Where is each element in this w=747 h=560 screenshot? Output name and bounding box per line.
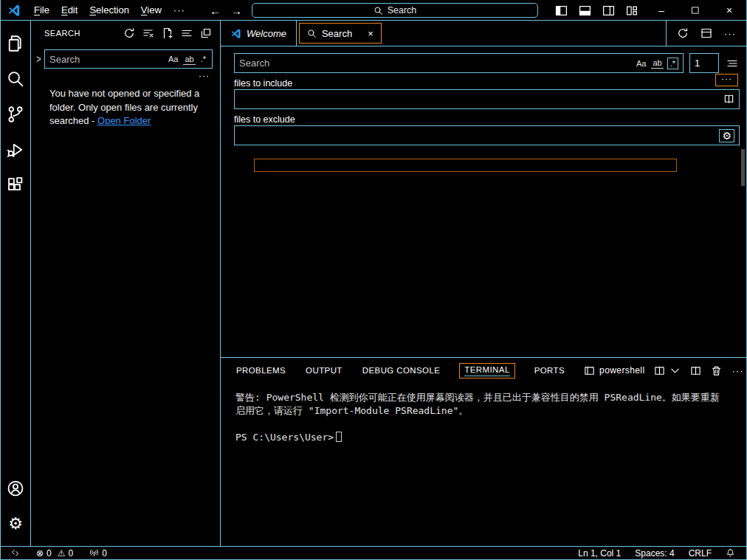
go-back-icon[interactable]: ← <box>210 4 221 17</box>
terminal-line: 警告: PowerShell 检测到你可能正在使用屏幕阅读器，并且已出于兼容性目… <box>235 391 740 404</box>
more-actions-icon[interactable]: ··· <box>724 28 736 39</box>
menu-file[interactable]: File <box>28 2 55 18</box>
toggle-replace-chevron-icon[interactable]: > <box>33 52 44 65</box>
terminal-icon <box>584 365 595 376</box>
tab-search[interactable]: Search × <box>299 23 382 44</box>
tab-ports[interactable]: PORTS <box>534 364 565 377</box>
launch-profile-button[interactable] <box>654 365 681 376</box>
error-count: 0 <box>47 548 52 559</box>
expand-all-icon[interactable] <box>181 27 193 39</box>
new-terminal-icon <box>654 365 665 376</box>
files-to-exclude-label: files to exclude <box>234 114 295 125</box>
tab-terminal[interactable]: TERMINAL <box>459 363 514 378</box>
context-lines-input[interactable]: 1 <box>689 53 719 73</box>
go-forward-icon[interactable]: → <box>231 4 242 17</box>
close-window-button[interactable]: × <box>712 0 746 21</box>
search-open-editors-icon[interactable] <box>723 94 734 105</box>
remote-icon <box>10 548 20 558</box>
split-terminal-icon[interactable] <box>690 365 701 376</box>
toggle-primary-sidebar-icon[interactable] <box>555 4 568 17</box>
menu-view[interactable]: View <box>135 2 168 18</box>
use-exclude-settings-icon[interactable]: ⚙ <box>719 129 734 142</box>
terminal-shell-selector[interactable]: powershell <box>584 365 644 376</box>
whole-word-icon[interactable]: ab <box>651 58 663 69</box>
tab-problems[interactable]: PROBLEMS <box>235 364 286 377</box>
refresh-icon[interactable] <box>123 27 135 39</box>
vscode-logo-icon <box>230 28 241 39</box>
toggle-panel-icon[interactable] <box>579 4 591 17</box>
regex-icon[interactable]: .* <box>667 58 678 69</box>
activity-settings[interactable]: ⚙ <box>1 506 31 542</box>
files-icon <box>7 35 24 52</box>
notifications-bell[interactable] <box>722 548 739 558</box>
whole-word-icon[interactable]: ab <box>183 54 195 65</box>
new-search-editor-icon[interactable] <box>162 27 173 39</box>
kill-terminal-icon[interactable] <box>711 365 722 376</box>
activity-extensions[interactable] <box>1 167 31 203</box>
command-center-search[interactable]: Search <box>252 3 538 18</box>
search-icon <box>7 70 24 88</box>
tab-debug-console[interactable]: DEBUG CONSOLE <box>362 364 441 377</box>
activity-run-debug[interactable] <box>1 132 31 167</box>
ports-status[interactable]: 0 <box>86 548 111 559</box>
menu-selection[interactable]: Selection <box>83 2 134 18</box>
activity-explorer[interactable] <box>1 26 31 61</box>
toggle-search-details-button[interactable]: ··· <box>715 74 738 86</box>
editor-group: Welcome Search × ··· Search <box>221 21 746 546</box>
close-tab-icon[interactable]: × <box>368 28 374 39</box>
terminal-line: 启用它，请运行 "Import-Module PSReadLine"。 <box>235 404 740 418</box>
activity-accounts[interactable] <box>1 471 31 506</box>
search-icon <box>307 29 317 38</box>
match-case-icon[interactable]: Aa <box>635 58 647 69</box>
cursor-position[interactable]: Ln 1, Col 1 <box>574 548 624 559</box>
activity-search[interactable] <box>1 61 31 97</box>
panel-actions: powershell ··· × <box>584 364 747 376</box>
warning-icon: ⚠ <box>58 549 66 558</box>
title-bar: File Edit Selection View ··· ← → Search … <box>1 0 746 21</box>
search-editor: Search Aa ab .* 1 ··· fil <box>221 46 746 357</box>
indentation[interactable]: Spaces: 4 <box>631 548 678 559</box>
tab-welcome[interactable]: Welcome <box>221 21 297 46</box>
regex-icon[interactable]: .* <box>199 54 207 64</box>
files-to-include-label: files to include <box>234 78 292 89</box>
activity-source-control[interactable] <box>1 97 31 132</box>
toggle-search-details-button[interactable]: ··· <box>31 69 220 81</box>
sidebar-search-input[interactable]: Search Aa ab .* <box>44 49 213 69</box>
search-editor-query-input[interactable]: Search Aa ab .* <box>234 53 684 73</box>
editor-scrollbar[interactable] <box>741 149 745 186</box>
match-case-icon[interactable]: Aa <box>167 54 179 64</box>
menu-more-button[interactable]: ··· <box>168 2 191 18</box>
activity-bar: ⚙ <box>1 21 31 546</box>
minimize-button[interactable]: – <box>644 0 678 21</box>
toggle-secondary-sidebar-icon[interactable] <box>602 4 615 17</box>
files-to-exclude-input[interactable]: ⚙ <box>234 125 740 145</box>
eol-sequence[interactable]: CRLF <box>685 548 715 559</box>
menu-edit[interactable]: Edit <box>55 2 83 18</box>
clear-search-results-icon[interactable] <box>142 27 154 39</box>
tab-label: Welcome <box>247 28 286 39</box>
terminal-content[interactable]: 警告: PowerShell 检测到你可能正在使用屏幕阅读器，并且已出于兼容性目… <box>221 383 746 546</box>
toggle-context-lines-button[interactable] <box>725 58 740 69</box>
files-to-include-input[interactable] <box>234 89 740 109</box>
workbench: ⚙ SEARCH > Search Aa <box>1 21 746 546</box>
customize-layout-icon[interactable] <box>626 4 638 17</box>
split-editor-icon[interactable] <box>700 27 712 39</box>
remote-indicator[interactable] <box>7 548 24 558</box>
collapse-all-icon[interactable] <box>200 27 212 39</box>
run-debug-icon <box>7 141 24 159</box>
maximize-button[interactable] <box>678 0 712 21</box>
search-again-icon[interactable] <box>677 27 689 39</box>
problems-status[interactable]: ⊗ 0 ⚠ 0 <box>32 548 77 559</box>
panel-tab-bar: PROBLEMS OUTPUT DEBUG CONSOLE TERMINAL P… <box>221 358 746 383</box>
menu-bar: File Edit Selection View ··· <box>28 2 191 18</box>
tab-output[interactable]: OUTPUT <box>305 364 343 377</box>
vscode-logo-icon <box>7 4 21 17</box>
shell-label: powershell <box>599 365 644 376</box>
focused-result-block <box>254 159 677 172</box>
command-center-placeholder: Search <box>388 5 417 15</box>
sidebar-title: SEARCH <box>44 29 80 38</box>
open-folder-link[interactable]: Open Folder <box>97 115 151 126</box>
terminal-prompt-line: PS C:\Users\User> <box>235 431 740 444</box>
tab-label: Search <box>322 28 352 39</box>
panel-more-actions-icon[interactable]: ··· <box>731 365 743 376</box>
